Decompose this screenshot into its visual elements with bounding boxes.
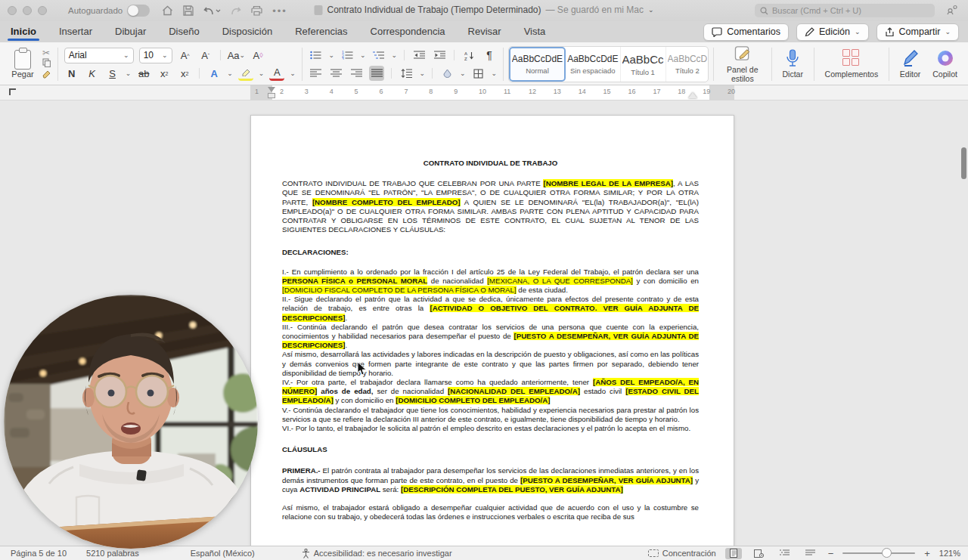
copy-icon[interactable] — [42, 58, 51, 70]
draft-view-button[interactable] — [802, 548, 819, 559]
decrease-indent-icon[interactable] — [411, 48, 427, 63]
search-input[interactable]: Buscar (Cmd + Ctrl + U) — [755, 4, 935, 17]
align-center-icon[interactable] — [328, 66, 343, 81]
font-color-icon[interactable]: A — [269, 66, 284, 81]
italic-button[interactable]: K — [85, 66, 100, 81]
close-window-button[interactable] — [8, 6, 17, 15]
format-painter-icon[interactable] — [42, 70, 51, 81]
tab-inicio[interactable]: Inicio — [11, 23, 36, 42]
first-line-indent-marker[interactable] — [268, 87, 275, 92]
align-right-icon[interactable] — [349, 66, 364, 81]
tab-dibujar[interactable]: Dibujar — [115, 23, 146, 42]
align-left-icon[interactable] — [308, 66, 323, 81]
print-layout-view-button[interactable] — [725, 548, 742, 559]
addins-button[interactable]: Complementos — [819, 45, 885, 83]
style-sin-espaciado[interactable]: AaBbCcDdESin espaciado — [566, 47, 620, 82]
zoom-slider-knob[interactable] — [882, 548, 892, 558]
shading-icon[interactable] — [439, 66, 455, 81]
zoom-window-button[interactable] — [38, 6, 47, 15]
increase-indent-icon[interactable] — [432, 48, 447, 63]
word-count[interactable]: 5210 palabras — [86, 549, 139, 558]
document-save-status[interactable]: — Se guardó en mi Mac — [546, 5, 644, 15]
home-icon[interactable] — [162, 5, 173, 16]
share-button[interactable]: Compartir⌄ — [876, 23, 959, 41]
horizontal-ruler[interactable]: 1234567891011121314151617181920 — [0, 85, 968, 101]
tab-vista[interactable]: Vista — [524, 23, 546, 42]
print-icon[interactable] — [251, 5, 262, 16]
bullets-icon[interactable] — [308, 48, 323, 63]
strikethrough-button[interactable]: ab — [136, 66, 151, 81]
dictate-button[interactable]: Dictar — [777, 45, 809, 83]
tab-referencias[interactable]: Referencias — [295, 23, 347, 42]
style-normal[interactable]: AaBbCcDdENormal — [509, 47, 566, 82]
superscript-button[interactable]: x2 — [177, 66, 192, 81]
sort-icon[interactable]: AZ — [461, 48, 476, 63]
paragraph[interactable]: II.- Sigue declarando el patrón que la a… — [282, 295, 699, 323]
editing-mode-button[interactable]: Edición⌄ — [796, 23, 869, 41]
paragraph[interactable]: Así mismo, el trabajador estará obligado… — [282, 503, 699, 521]
grow-font-icon[interactable]: A^ — [178, 48, 193, 63]
paragraph[interactable]: I.- En cumplimiento a lo ordenado por la… — [282, 268, 699, 295]
show-paragraph-marks-icon[interactable]: ¶ — [482, 48, 497, 63]
tab-diseno[interactable]: Diseño — [169, 23, 199, 42]
text-effects-icon[interactable]: A — [206, 66, 222, 81]
styles-pane-button[interactable]: Panel de estilos — [718, 45, 767, 83]
paragraph[interactable]: CONTRATO INDIVIDUAL DE TRABAJO — [282, 159, 699, 168]
justify-icon[interactable] — [369, 66, 384, 81]
multilevel-list-icon[interactable] — [371, 48, 386, 63]
undo-icon[interactable] — [203, 6, 221, 16]
line-spacing-icon[interactable] — [399, 66, 414, 81]
subscript-button[interactable]: x2 — [157, 66, 172, 81]
editor-button[interactable]: Editor — [894, 45, 926, 83]
vertical-scrollbar[interactable] — [961, 147, 966, 179]
paragraph[interactable]: CLÁUSULAS — [282, 445, 699, 454]
highlight-color-icon[interactable] — [238, 66, 253, 81]
reading-view-button[interactable] — [751, 548, 768, 559]
paragraph[interactable]: IV.- Por otra parte, el trabajador decla… — [282, 378, 699, 406]
paragraph[interactable]: III.- Continúa declarando el patrón que … — [282, 323, 699, 351]
cut-icon[interactable]: ✂ — [42, 48, 51, 58]
zoom-level[interactable]: 121% — [939, 549, 960, 558]
numbering-icon[interactable]: 123 — [340, 48, 355, 63]
document-page[interactable]: CONTRATO INDIVIDUAL DE TRABAJOCONTRATO I… — [250, 115, 734, 546]
style-titulo-1[interactable]: AaBbCcTítulo 1 — [621, 47, 666, 82]
zoom-out-button[interactable]: − — [828, 548, 834, 559]
style-titulo-2[interactable]: AaBbCcDTítulo 2 — [666, 47, 709, 82]
change-case-icon[interactable]: Aa⌄ — [228, 48, 245, 63]
zoom-in-button[interactable]: + — [924, 548, 930, 559]
focus-mode-button[interactable]: Concentración — [648, 549, 716, 558]
minimize-window-button[interactable] — [23, 6, 32, 15]
tab-revisar[interactable]: Revisar — [468, 23, 501, 42]
tab-insertar[interactable]: Insertar — [59, 23, 92, 42]
autosave-toggle[interactable] — [127, 5, 150, 17]
paragraph[interactable]: CONTRATO INDIVIDUAL DE TRABAJO QUE CELEB… — [282, 179, 699, 234]
outline-view-button[interactable] — [777, 548, 793, 559]
underline-button[interactable]: S — [105, 66, 120, 81]
bold-button[interactable]: N — [64, 66, 79, 81]
paragraph[interactable]: V.- Continúa declarando el trabajador qu… — [282, 406, 699, 424]
document-content[interactable]: CONTRATO INDIVIDUAL DE TRABAJOCONTRATO I… — [251, 116, 734, 522]
left-indent-marker[interactable] — [268, 93, 275, 98]
paragraph[interactable]: VI.- Por lo tanto, el trabajador le soli… — [282, 424, 699, 433]
clear-formatting-icon[interactable]: A◊ — [250, 48, 265, 63]
language-indicator[interactable]: Español (México) — [191, 549, 255, 558]
accessibility-status[interactable]: Accesibilidad: es necesario investigar — [302, 549, 452, 558]
comments-button[interactable]: Comentarios — [703, 23, 789, 41]
right-indent-marker[interactable] — [688, 92, 697, 98]
tab-stop-selector[interactable] — [9, 88, 16, 95]
font-name-select[interactable]: Arial⌄ — [64, 48, 134, 63]
more-commands-icon[interactable]: ••• — [272, 5, 287, 17]
paragraph[interactable]: DECLARACIONES: — [282, 248, 699, 257]
borders-icon[interactable] — [471, 66, 486, 81]
chevron-down-icon[interactable]: ⌄ — [648, 6, 654, 14]
copilot-button[interactable]: Copilot — [926, 45, 963, 83]
paragraph[interactable]: Así mismo, desarrollará las actividades … — [282, 350, 699, 378]
shrink-font-icon[interactable]: Aˇ — [198, 48, 213, 63]
traffic-lights[interactable] — [8, 6, 47, 15]
paragraph[interactable]: PRIMERA.- El patrón contrata al trabajad… — [282, 466, 699, 494]
paste-button[interactable]: Pegar — [6, 50, 39, 79]
share-presence-icon[interactable] — [947, 5, 959, 18]
tab-disposicion[interactable]: Disposición — [222, 23, 272, 42]
save-icon[interactable] — [183, 5, 194, 16]
redo-icon[interactable] — [231, 6, 241, 16]
